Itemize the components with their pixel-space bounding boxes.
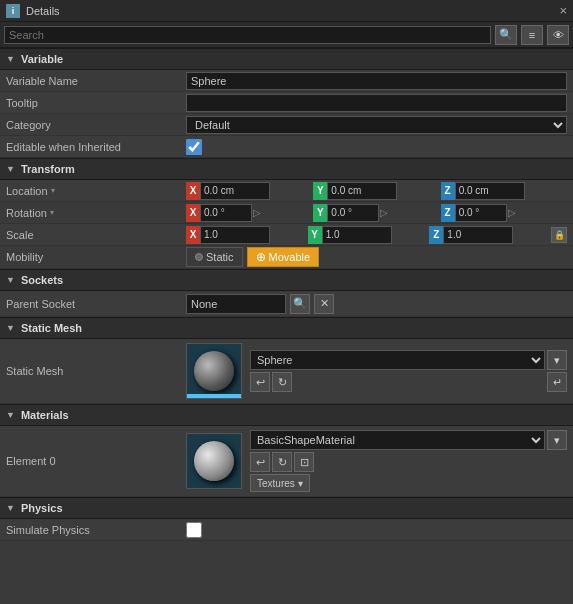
material-copy-btn[interactable]: ⊡ <box>294 452 314 472</box>
scale-y-label: Y <box>308 226 322 244</box>
search-input[interactable] <box>4 26 491 44</box>
scale-lock-button[interactable]: 🔒 <box>551 227 567 243</box>
textures-button[interactable]: Textures ▾ <box>250 474 310 492</box>
scale-x-label: X <box>186 226 200 244</box>
content-area: ▼ Variable Variable Name Tooltip Categor… <box>0 48 573 604</box>
category-select[interactable]: Default <box>186 116 567 134</box>
rotation-x-label: X <box>186 204 200 222</box>
location-arrow[interactable]: ▾ <box>51 186 55 195</box>
static-mesh-select[interactable]: Sphere <box>250 350 545 370</box>
rotation-x-input[interactable] <box>200 204 252 222</box>
editable-checkbox[interactable] <box>186 139 202 155</box>
scale-row: Scale X Y Z 🔒 <box>0 224 573 246</box>
editable-value-area <box>186 139 567 155</box>
transform-section-title: Transform <box>21 163 75 175</box>
eye-button[interactable]: 👁 <box>547 25 569 45</box>
location-z-input[interactable] <box>455 182 525 200</box>
rotation-z-arrow[interactable]: ▷ <box>508 207 516 218</box>
element0-label: Element 0 <box>6 455 186 467</box>
rotation-y-group: Y ▷ <box>313 204 439 222</box>
socket-clear-button[interactable]: ✕ <box>314 294 334 314</box>
material-select-row: BasicShapeMaterial ▾ <box>250 430 567 450</box>
simulate-physics-label: Simulate Physics <box>6 524 186 536</box>
material-dropdown-btn[interactable]: ▾ <box>547 430 567 450</box>
scale-z-input[interactable] <box>443 226 513 244</box>
location-z-group: Z <box>441 182 567 200</box>
rotation-z-label: Z <box>441 204 455 222</box>
mobility-static-button[interactable]: Static <box>186 247 243 267</box>
mobility-row: Mobility Static ⊕ Movable <box>0 246 573 269</box>
rotation-arrow[interactable]: ▾ <box>50 208 54 217</box>
variable-triangle: ▼ <box>6 54 15 64</box>
socket-search-button[interactable]: 🔍 <box>290 294 310 314</box>
static-mesh-controls: Sphere ▾ ↩ ↻ ↵ <box>250 350 567 392</box>
static-mesh-back-btn[interactable]: ↩ <box>250 372 270 392</box>
location-x-input[interactable] <box>200 182 270 200</box>
materials-section-header[interactable]: ▼ Materials <box>0 404 573 426</box>
mobility-movable-button[interactable]: ⊕ Movable <box>247 247 320 267</box>
search-button[interactable]: 🔍 <box>495 25 517 45</box>
static-mesh-select-row: Sphere ▾ <box>250 350 567 370</box>
scale-y-group: Y <box>308 226 429 244</box>
variable-section-header[interactable]: ▼ Variable <box>0 48 573 70</box>
tooltip-value-area <box>186 94 567 112</box>
sockets-section-header[interactable]: ▼ Sockets <box>0 269 573 291</box>
rotation-z-input[interactable] <box>455 204 507 222</box>
simulate-physics-checkbox[interactable] <box>186 522 202 538</box>
material-refresh-btn[interactable]: ↻ <box>272 452 292 472</box>
static-mesh-arrow-btn[interactable]: ▾ <box>547 350 567 370</box>
static-mesh-refresh-btn[interactable]: ↻ <box>272 372 292 392</box>
category-label: Category <box>6 119 186 131</box>
variable-name-input[interactable] <box>186 72 567 90</box>
mobility-label: Mobility <box>6 251 186 263</box>
scale-y-input[interactable] <box>322 226 392 244</box>
list-view-button[interactable]: ≡ <box>521 25 543 45</box>
title-bar-text: Details <box>26 5 553 17</box>
textures-btn-row: Textures ▾ <box>250 474 567 492</box>
category-row: Category Default <box>0 114 573 136</box>
editable-label: Editable when Inherited <box>6 141 186 153</box>
location-y-label: Y <box>313 182 327 200</box>
scale-xyz-field: X Y Z 🔒 <box>186 226 567 244</box>
tooltip-input[interactable] <box>186 94 567 112</box>
static-mesh-triangle: ▼ <box>6 323 15 333</box>
parent-socket-label: Parent Socket <box>6 298 186 310</box>
parent-socket-input[interactable] <box>186 294 286 314</box>
title-bar: i Details × <box>0 0 573 22</box>
static-dot-icon <box>195 253 203 261</box>
rotation-z-group: Z ▷ <box>441 204 567 222</box>
static-mesh-extra-btn[interactable]: ↵ <box>547 372 567 392</box>
rotation-y-input[interactable] <box>327 204 379 222</box>
physics-section-header[interactable]: ▼ Physics <box>0 497 573 519</box>
static-mesh-label: Static Mesh <box>6 365 186 377</box>
static-mesh-thumbnail <box>186 343 242 399</box>
rotation-y-label: Y <box>313 204 327 222</box>
close-button[interactable]: × <box>559 3 567 18</box>
location-y-group: Y <box>313 182 439 200</box>
rotation-xyz-field: X ▷ Y ▷ Z ▷ <box>186 204 567 222</box>
rotation-x-arrow[interactable]: ▷ <box>253 207 261 218</box>
material-btn-row: ↩ ↻ ⊡ <box>250 452 567 472</box>
variable-name-label: Variable Name <box>6 75 186 87</box>
transform-section-header[interactable]: ▼ Transform <box>0 158 573 180</box>
location-row: Location ▾ X Y Z <box>0 180 573 202</box>
physics-triangle: ▼ <box>6 503 15 513</box>
movable-icon: ⊕ <box>256 250 266 264</box>
location-z-label: Z <box>441 182 455 200</box>
scale-x-input[interactable] <box>200 226 270 244</box>
scale-z-group: Z <box>429 226 550 244</box>
material-select[interactable]: BasicShapeMaterial <box>250 430 545 450</box>
material-thumbnail <box>186 433 242 489</box>
movable-label: Movable <box>269 251 311 263</box>
sphere-mesh-preview <box>194 351 234 391</box>
location-y-input[interactable] <box>327 182 397 200</box>
static-label: Static <box>206 251 234 263</box>
location-label: Location ▾ <box>6 185 186 197</box>
variable-section-title: Variable <box>21 53 63 65</box>
scale-x-group: X <box>186 226 307 244</box>
rotation-y-arrow[interactable]: ▷ <box>380 207 388 218</box>
static-mesh-section-header[interactable]: ▼ Static Mesh <box>0 317 573 339</box>
sockets-triangle: ▼ <box>6 275 15 285</box>
material-back-btn[interactable]: ↩ <box>250 452 270 472</box>
search-bar: 🔍 ≡ 👁 <box>0 22 573 48</box>
